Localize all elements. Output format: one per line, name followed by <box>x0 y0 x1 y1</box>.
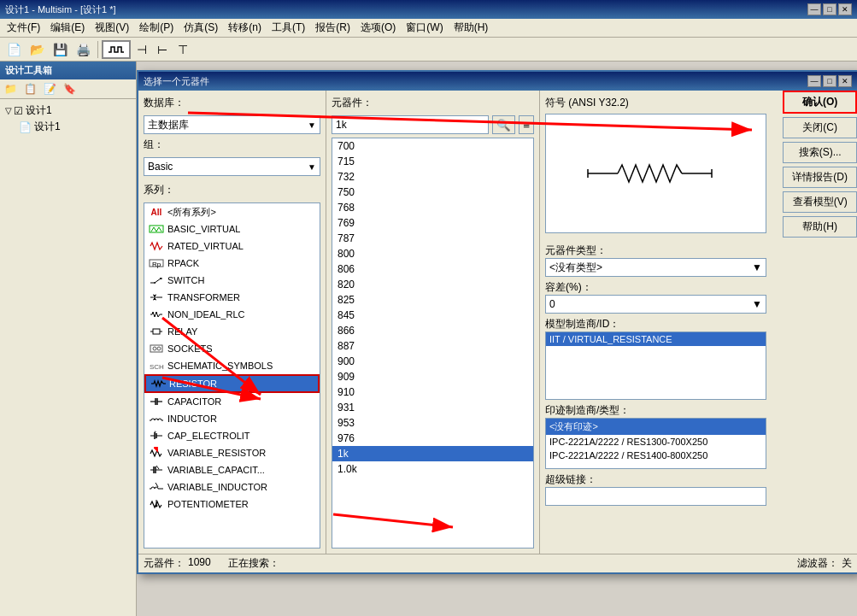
component-item[interactable]: 866 <box>332 323 533 338</box>
component-item[interactable]: 1.0k <box>332 461 533 477</box>
component-item[interactable]: 909 <box>332 369 533 384</box>
tree-item-root[interactable]: ▽ ☑ 设计1 <box>3 103 132 119</box>
component-item[interactable]: 800 <box>332 246 533 261</box>
model-mfr-item-0[interactable]: IIT / VIRTUAL_RESISTANCE <box>546 332 766 346</box>
series-item[interactable]: RELAY <box>144 323 320 340</box>
menu-draw[interactable]: 绘制(P) <box>134 19 179 37</box>
app-title: 设计1 - Multisim - [设计1 *] <box>5 3 807 16</box>
search-button[interactable]: 搜索(S)... <box>783 142 857 163</box>
dialog-close[interactable]: ✕ <box>838 75 852 87</box>
series-label: 系列： <box>144 183 320 197</box>
series-item[interactable]: RESISTOR <box>144 374 320 393</box>
help-button[interactable]: 帮助(H) <box>783 216 857 238</box>
component-item[interactable]: 732 <box>332 169 533 185</box>
dialog-right-panel: 确认(O) 关闭(C) 搜索(S)... 详情报告(D) 查看模型(V) 帮助(… <box>540 91 857 554</box>
series-item[interactable]: VARIABLE_CAPACIT... <box>144 461 320 478</box>
maximize-btn[interactable]: □ <box>823 3 836 15</box>
component-count-item: 元器件： 1090 <box>144 556 211 571</box>
component-item[interactable]: 976 <box>332 431 533 446</box>
search-clear-btn[interactable]: 🔍 <box>492 115 515 134</box>
print-btn[interactable]: 🖨️ <box>73 40 94 59</box>
close-button[interactable]: 关闭(C) <box>783 117 857 138</box>
tool-btn-3[interactable]: ⊢ <box>153 40 172 59</box>
series-name: VARIABLE_RESISTOR <box>167 448 266 458</box>
component-item[interactable]: 887 <box>332 338 533 354</box>
menu-view[interactable]: 视图(V) <box>90 19 134 37</box>
series-item[interactable]: BASIC_VIRTUAL <box>144 220 320 238</box>
component-item[interactable]: 910 <box>332 384 533 400</box>
menu-options[interactable]: 选项(O) <box>355 19 401 37</box>
component-search-input[interactable] <box>332 115 489 134</box>
toolbox-btn-3[interactable]: 📝 <box>41 81 59 97</box>
series-item[interactable]: SOCKETS <box>144 340 320 357</box>
component-item[interactable]: 700 <box>332 138 533 154</box>
title-bar-buttons[interactable]: — □ ✕ <box>807 3 852 15</box>
menu-help[interactable]: 帮助(H) <box>449 19 494 37</box>
dialog-maximize[interactable]: □ <box>823 75 836 87</box>
series-item[interactable]: RpRPACK <box>144 255 320 272</box>
comp-type-dropdown[interactable]: <没有类型> ▼ <box>545 258 766 277</box>
tolerance-arrow: ▼ <box>752 298 762 310</box>
component-item[interactable]: 820 <box>332 277 533 292</box>
component-item[interactable]: 769 <box>332 215 533 231</box>
toolbox-btn-1[interactable]: 📁 <box>2 81 20 97</box>
db-dropdown[interactable]: 主数据库 ▼ <box>144 115 320 134</box>
menu-tools[interactable]: 工具(T) <box>267 19 310 37</box>
toolbox-title: 设计工具箱 <box>5 65 52 75</box>
series-item[interactable]: VARIABLE_RESISTOR <box>144 444 320 461</box>
component-item[interactable]: 845 <box>332 308 533 323</box>
component-item[interactable]: 715 <box>332 154 533 169</box>
component-item[interactable]: 825 <box>332 292 533 308</box>
series-item[interactable]: VARIABLE_INDUCTOR <box>144 478 320 496</box>
component-item[interactable]: 768 <box>332 200 533 215</box>
footprint-item-0[interactable]: <没有印迹> <box>546 419 766 435</box>
menu-edit[interactable]: 编辑(E) <box>45 19 90 37</box>
view-model-button[interactable]: 查看模型(V) <box>783 191 857 213</box>
menu-simulate[interactable]: 仿真(S) <box>179 19 223 37</box>
series-item[interactable]: RATED_VIRTUAL <box>144 238 320 255</box>
minimize-btn[interactable]: — <box>807 3 821 15</box>
toolbox-btn-4[interactable]: 🔖 <box>61 81 79 97</box>
series-name: SOCKETS <box>167 343 213 354</box>
series-item[interactable]: NON_IDEAL_RLC <box>144 306 320 323</box>
tolerance-dropdown[interactable]: 0 ▼ <box>545 295 766 314</box>
series-item[interactable]: CAPACITOR <box>144 393 320 410</box>
series-item[interactable]: INDUCTOR <box>144 410 320 427</box>
toolbox-btn-2[interactable]: 📋 <box>21 81 39 97</box>
confirm-button[interactable]: 确认(O) <box>783 91 857 114</box>
new-btn[interactable]: 📄 <box>3 40 25 59</box>
series-icon <box>148 481 165 493</box>
search-filter-btn[interactable]: ≡ <box>519 115 534 134</box>
tree-item-child[interactable]: 📄 设计1 <box>3 119 132 135</box>
series-item[interactable]: TRANSFORMER <box>144 289 320 306</box>
component-item[interactable]: 806 <box>332 261 533 277</box>
tool-btn-4[interactable]: ⊤ <box>173 40 192 59</box>
series-item[interactable]: All<所有系列> <box>144 203 320 220</box>
component-label: 元器件： <box>332 96 373 110</box>
component-item[interactable]: 900 <box>332 354 533 369</box>
component-item[interactable]: 1k <box>332 446 533 461</box>
tool-btn-2[interactable]: ⊣ <box>132 40 151 59</box>
menu-transfer[interactable]: 转移(n) <box>223 19 267 37</box>
menu-window[interactable]: 窗口(W) <box>401 19 448 37</box>
group-dropdown[interactable]: Basic ▼ <box>144 157 320 176</box>
dialog-title-btns[interactable]: — □ ✕ <box>807 75 852 87</box>
menu-file[interactable]: 文件(F) <box>2 19 45 37</box>
series-item[interactable]: +CAP_ELECTROLIT <box>144 427 320 444</box>
dialog-minimize[interactable]: — <box>807 75 821 87</box>
series-item[interactable]: SWITCH <box>144 272 320 289</box>
close-btn[interactable]: ✕ <box>838 3 852 15</box>
footprint-item-1[interactable]: IPC-2221A/2222 / RES1300-700X250 <box>546 435 766 449</box>
save-btn[interactable]: 💾 <box>50 40 71 59</box>
component-item[interactable]: 750 <box>332 185 533 200</box>
series-item[interactable]: SCHSCHEMATIC_SYMBOLS <box>144 357 320 374</box>
detail-report-button[interactable]: 详情报告(D) <box>783 167 857 188</box>
component-item[interactable]: 931 <box>332 400 533 415</box>
component-item[interactable]: 953 <box>332 415 533 431</box>
oscilloscope-btn[interactable] <box>102 40 131 59</box>
footprint-item-2[interactable]: IPC-2221A/2222 / RES1400-800X250 <box>546 449 766 462</box>
series-item[interactable]: POTENTIOMETER <box>144 496 320 513</box>
open-btn[interactable]: 📂 <box>26 40 48 59</box>
component-item[interactable]: 787 <box>332 231 533 246</box>
menu-report[interactable]: 报告(R) <box>310 19 355 37</box>
